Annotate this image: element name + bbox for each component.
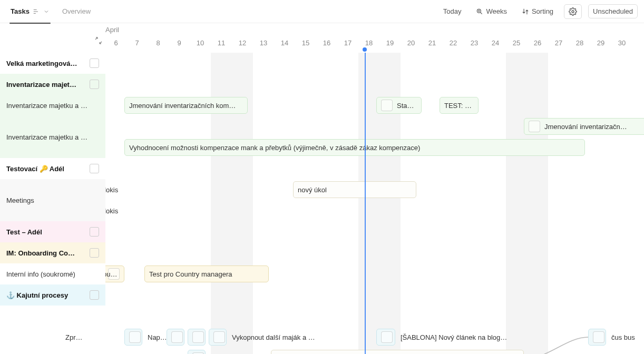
day-header: 6 (105, 39, 126, 50)
task-label: Jmenování inventarizačn… (544, 123, 627, 131)
sorting-button[interactable]: Sorting (518, 5, 558, 18)
task-checkbox[interactable] (129, 331, 141, 343)
task-bar[interactable] (188, 350, 206, 354)
task-overflow-label: Nap… (145, 329, 169, 346)
sidebar-group[interactable]: Velká marketingová… (0, 53, 105, 74)
svg-point-1 (572, 11, 574, 13)
day-header: 15 (295, 39, 316, 50)
sidebar-group[interactable]: IM: Onboarding Co… (0, 242, 105, 263)
day-header: 11 (211, 39, 232, 50)
task-overflow-label: Vykopnout další maják a … (230, 329, 317, 346)
day-header: 12 (232, 39, 253, 50)
sidebar: Velká marketingová…Inventarizace majet…I… (0, 53, 105, 354)
today-line (365, 53, 366, 354)
sidebar-subitem[interactable]: Inventarizace majetku a … (0, 116, 105, 158)
task-bar[interactable]: Jmenování inventarizačních kom… (124, 97, 248, 114)
tab-overview-label: Overview (62, 7, 91, 15)
task-bar[interactable]: Stanovení… (376, 97, 422, 114)
unscheduled-button[interactable]: Unscheduled (588, 4, 638, 18)
sidebar-group[interactable]: Testovací 🔑 Adél (0, 158, 105, 179)
task-label: Stanovení… (397, 102, 417, 110)
task-overflow-label: [ŠABLONA] Nový článek na blog… (398, 329, 509, 346)
task-bar[interactable] (376, 329, 395, 346)
sidebar-subitem[interactable]: Interní info (soukromé) (0, 263, 105, 284)
sidebar-label: ⚓ Kajutní procesy (6, 291, 86, 299)
task-checkbox[interactable] (192, 331, 204, 343)
task-label: Jmenování inventarizačních kom… (129, 102, 236, 110)
task-bar[interactable] (124, 329, 142, 346)
day-header: 25 (506, 39, 527, 50)
day-header: 22 (443, 39, 464, 50)
day-header: 18 (358, 39, 379, 50)
task-bar[interactable]: nový úkol (293, 181, 416, 198)
tab-overview[interactable]: Overview (58, 4, 95, 18)
sidebar-label: Testovací 🔑 Adél (6, 165, 86, 173)
day-header: 14 (274, 39, 295, 50)
task-bar[interactable] (588, 329, 606, 346)
collapse-sidebar-button[interactable] (93, 35, 104, 46)
day-header: 8 (148, 39, 169, 50)
task-bar[interactable] (209, 329, 227, 346)
today-button[interactable]: Today (439, 5, 466, 18)
task-label: Test pro Country managera (149, 270, 232, 278)
sidebar-label: Interní info (soukromé) (6, 270, 99, 278)
day-header: 16 (316, 39, 337, 50)
task-checkbox[interactable] (381, 331, 393, 343)
task-checkbox[interactable] (213, 331, 225, 343)
day-header: 30 (611, 39, 632, 50)
day-header: 21 (422, 39, 443, 50)
sidebar-subitem[interactable]: Inventarizace majetku a … (0, 95, 105, 116)
task-overflow-label: Přidat svoje tipy (209, 350, 261, 354)
sidebar-label: Inventarizace majetku a … (6, 133, 99, 141)
sidebar-group[interactable]: Inventarizace majet… (0, 74, 105, 95)
group-checkbox[interactable] (90, 248, 99, 258)
timeline-header: April 6789101112131415161718192021222324… (105, 23, 644, 53)
task-checkbox[interactable] (171, 331, 183, 343)
task-bar[interactable]: Test pro Country managera (144, 266, 269, 282)
tab-tasks[interactable]: Tasks (6, 4, 54, 18)
task-bar[interactable]: Jmenování inventarizačn… (524, 118, 644, 135)
tab-tasks-label: Tasks (11, 7, 30, 15)
settings-button[interactable] (564, 4, 582, 19)
tasks-layer: Jmenování inventarizačních kom…Stanovení… (105, 53, 644, 354)
task-label: Vyhodnocení možnosti kompenzace mank a p… (129, 144, 420, 152)
task-checkbox[interactable] (381, 100, 393, 111)
sidebar-label: Inventarizace majet… (6, 81, 86, 88)
day-header: 28 (569, 39, 590, 50)
weeks-button[interactable]: Weeks (472, 5, 511, 18)
task-bar[interactable] (188, 329, 206, 346)
sidebar-label: Test – Adél (6, 228, 86, 236)
chevron-down-icon (43, 8, 50, 15)
day-header: 27 (548, 39, 569, 50)
day-header: 24 (485, 39, 506, 50)
today-marker-dot (363, 47, 367, 52)
sidebar-label: Inventarizace majetku a … (6, 102, 99, 110)
sidebar-label: Velká marketingová… (6, 60, 86, 67)
day-header: 19 (379, 39, 401, 50)
group-checkbox[interactable] (90, 58, 99, 68)
day-header: 13 (253, 39, 274, 50)
task-label: nový úkol (298, 186, 327, 194)
task-bar[interactable]: Najít v seznamu newsletterů předchozí e-… (271, 350, 524, 354)
toolbar: Tasks Overview Today Weeks Sorting Unsch… (0, 0, 644, 23)
task-checkbox[interactable] (593, 331, 604, 343)
day-header: 23 (464, 39, 485, 50)
sidebar-group[interactable]: ⚓ Kajutní procesy (0, 284, 105, 306)
group-checkbox[interactable] (90, 290, 99, 300)
day-header: 7 (126, 39, 148, 50)
group-checkbox[interactable] (90, 80, 99, 89)
sidebar-subitem[interactable]: Meetings (0, 179, 105, 221)
task-bar[interactable]: TEST: … (440, 97, 479, 114)
group-checkbox[interactable] (90, 164, 99, 173)
sidebar-label: IM: Onboarding Co… (6, 249, 86, 257)
sidebar-group[interactable]: Test – Adél (0, 221, 105, 242)
task-checkbox[interactable] (529, 121, 540, 132)
group-checkbox[interactable] (90, 227, 99, 237)
task-overflow-label: čus bus (609, 329, 637, 346)
timeline-icon (33, 8, 40, 15)
task-bar[interactable]: Vyhodnocení možnosti kompenzace mank a p… (124, 139, 585, 156)
day-header: 10 (190, 39, 211, 50)
task-bar[interactable] (167, 329, 184, 346)
day-header: 17 (337, 39, 358, 50)
zoom-icon (476, 8, 483, 15)
